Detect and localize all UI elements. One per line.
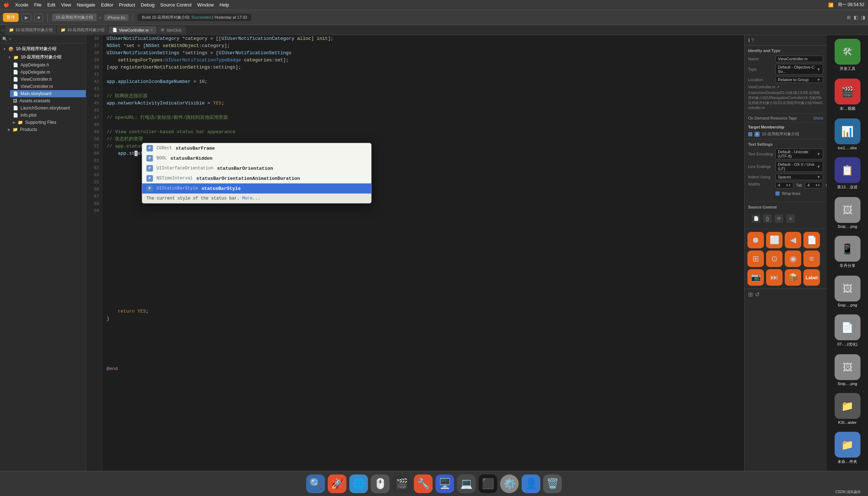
menu-debug[interactable]: Debug [141, 2, 154, 8]
quick-icon-label[interactable]: Label [803, 269, 820, 286]
back-btn[interactable]: ‹ [1, 28, 3, 32]
forward-btn[interactable]: › [4, 28, 5, 32]
stop-btn[interactable]: ■ [34, 14, 43, 22]
sc-icon-4[interactable]: ≡ [786, 214, 795, 223]
autocomplete-popup[interactable]: P CGRect statusBarFrame P BOOL statusBar… [142, 143, 372, 203]
desktop-icon-xlsx[interactable]: 📊 ios1….xlsx [835, 118, 860, 150]
menu-xcode[interactable]: Xcode [15, 2, 28, 8]
tab-method[interactable]: ⚙ -btnClick: [157, 26, 186, 34]
layout-btn2[interactable]: ◧ [854, 15, 858, 20]
sidebar-item-viewcontroller-h[interactable]: 📄 ViewController.h [10, 76, 86, 83]
bottom-icon-1[interactable]: ⊞ [748, 291, 753, 298]
line-endings-field[interactable]: Default - OS X / Unix (LF) ▼ [775, 161, 823, 172]
membership-checkbox[interactable] [748, 132, 752, 136]
quick-icon-doc[interactable]: 📄 [803, 232, 820, 248]
inspector-icon1[interactable]: ℹ [748, 37, 750, 43]
desktop-icon-folder[interactable]: 📁 未命…件夹 [835, 432, 860, 464]
name-field[interactable]: ViewController.m [775, 56, 823, 62]
sidebar-item-products[interactable]: ▶ 📁 Products [5, 126, 86, 133]
menu-window[interactable]: Window [197, 2, 214, 8]
sidebar-item-main-storyboard[interactable]: 📄 Main.storyboard [10, 90, 86, 97]
quick-icon-record[interactable]: ⏺ [747, 232, 764, 248]
desktop-icon-snip1[interactable]: 🖼 Snip….png [835, 197, 860, 229]
dock-screen[interactable]: 🖥️ [435, 474, 454, 493]
dock-laptop[interactable]: 💻 [457, 474, 476, 493]
tab-width-stepper[interactable]: ⬆⬇ [786, 184, 791, 187]
encoding-field[interactable]: Default - Unicode (UTF-8) ▼ [775, 149, 823, 159]
location-field[interactable]: Relative to Group ▼ [775, 76, 823, 83]
sidebar-item-assets[interactable]: 🖼 Assets.xcassets [10, 97, 86, 104]
dock-trash[interactable]: 🗑️ [543, 474, 562, 493]
tab-project[interactable]: 📁 10-应用程序对象介绍 [5, 26, 56, 34]
tab-folder[interactable]: 📁 10-应用程序对象介绍 [57, 26, 108, 34]
quick-icon-circle[interactable]: ⊙ [766, 251, 783, 267]
desktop-icon-snip2[interactable]: 🖼 Snip….png [835, 276, 860, 307]
code-editor[interactable]: UIUserNotificationCategory *category = [… [102, 35, 744, 471]
layout-btn1[interactable]: ⊞ [847, 15, 851, 20]
quick-icon-square[interactable]: ⬜ [766, 232, 783, 248]
dock-appstore[interactable]: 👤 [522, 474, 540, 493]
tab-viewcontroller[interactable]: 📄 ViewController.m ✕ [109, 26, 157, 34]
sidebar-add-icon[interactable]: + [9, 37, 11, 42]
ac-item-4[interactable]: P NSTimeInterval statusBarOrientationAni… [142, 173, 371, 183]
sc-icon-1[interactable]: 📄 [752, 214, 760, 223]
layout-btn3[interactable]: ◨ [861, 15, 865, 20]
quick-icon-box[interactable]: 📦 [785, 269, 801, 286]
sidebar-item-supporting-files[interactable]: ▶ 📁 Supporting Files [10, 119, 86, 126]
quick-icon-back[interactable]: ◀ [785, 232, 801, 248]
type-field[interactable]: Default - Objective-C So... ▼ [775, 64, 823, 75]
dock-settings[interactable]: ⚙️ [500, 474, 519, 493]
dock-video[interactable]: 🎬 [392, 474, 411, 493]
menu-product[interactable]: Product [119, 2, 135, 8]
sidebar-item-info-plist[interactable]: 📄 Info.plist [10, 112, 86, 119]
desktop-icon-snip3[interactable]: 🖼 Snip….png [835, 354, 860, 386]
ac-more-link[interactable]: More... [242, 196, 260, 201]
desktop-icon-chadan[interactable]: 📱 车丹分享 [835, 236, 860, 268]
sidebar-item-project-root[interactable]: ▼ 📦 10-应用程序对象介绍 [0, 45, 86, 53]
sc-icon-3[interactable]: ⟳ [775, 214, 783, 223]
menu-edit[interactable]: Edit [47, 2, 55, 8]
menu-view[interactable]: View [61, 2, 71, 8]
dock-finder[interactable]: 🔍 [306, 474, 325, 493]
quick-icon-camera[interactable]: 📷 [747, 269, 764, 286]
dock-swift[interactable]: 🔧 [414, 474, 433, 493]
ac-item-2[interactable]: P BOOL statusBarHidden [142, 153, 371, 163]
dock-terminal[interactable]: ⬛ [479, 474, 497, 493]
desktop-icon-optimize[interactable]: 📄 07-…(优化) [835, 314, 860, 347]
close-icon[interactable]: ✕ [150, 28, 153, 32]
inspector-icon2[interactable]: ? [751, 37, 754, 43]
dock-launchpad[interactable]: 🚀 [328, 474, 346, 493]
desktop-icon-video[interactable]: 🎬 未…视频 [835, 79, 860, 111]
menu-file[interactable]: File [34, 2, 42, 8]
ac-item-1[interactable]: P CGRect statusBarFrame [142, 143, 371, 153]
apple-menu[interactable]: 🍎 [4, 2, 9, 8]
sidebar-search-icon[interactable]: 🔍 [2, 37, 8, 42]
menu-navigate[interactable]: Navigate [77, 2, 95, 8]
indent-width-stepper[interactable]: ⬆⬇ [815, 184, 820, 187]
indent-width-field[interactable]: 4 ⬆⬇ [805, 182, 823, 188]
quick-icon-grid[interactable]: ⊞ [747, 251, 764, 267]
bottom-icon-2[interactable]: ↺ [755, 291, 760, 298]
menu-help[interactable]: Help [220, 2, 229, 8]
quick-icon-play-fwd[interactable]: ⏭ [766, 269, 783, 286]
tab-width-field[interactable]: 4 ⬆⬇ [775, 182, 793, 188]
wrap-lines-checkbox[interactable] [775, 191, 780, 196]
stop-button[interactable]: 暂停 [3, 13, 19, 22]
reveal-icon[interactable]: ↗ [776, 85, 779, 89]
dock-safari[interactable]: 🌐 [349, 474, 368, 493]
menu-source-control[interactable]: Source Control [160, 2, 192, 8]
sidebar-item-subfolder[interactable]: ▼ 📁 10-应用程序对象介绍 [5, 53, 86, 61]
ac-item-5-selected[interactable]: P UIStatusBarStyle statusBarStyle [142, 183, 371, 193]
menu-editor[interactable]: Editor [101, 2, 113, 8]
sidebar-item-viewcontroller-m[interactable]: 📄 ViewController.m [10, 83, 86, 90]
editor-area[interactable]: 36 37 38 39 40 41 42 43 44 45 46 47 48 4… [86, 35, 744, 471]
quick-icon-list[interactable]: ≡ [803, 251, 820, 267]
quick-icon-radio[interactable]: ◉ [785, 251, 801, 267]
desktop-icon-dev-tools[interactable]: 🛠 开发工具 [835, 39, 860, 71]
indent-field[interactable]: Spaces ▼ [775, 174, 823, 180]
scheme-selector[interactable]: 10-应用程序对象介绍 [52, 14, 97, 21]
run-button[interactable]: ▶ [22, 14, 31, 22]
sidebar-item-launch-sb[interactable]: 📄 LaunchScreen.storyboard [10, 104, 86, 112]
show-tags-button[interactable]: Show [813, 116, 823, 120]
desktop-icon-lesson[interactable]: 📋 第13…业述 [835, 157, 860, 190]
